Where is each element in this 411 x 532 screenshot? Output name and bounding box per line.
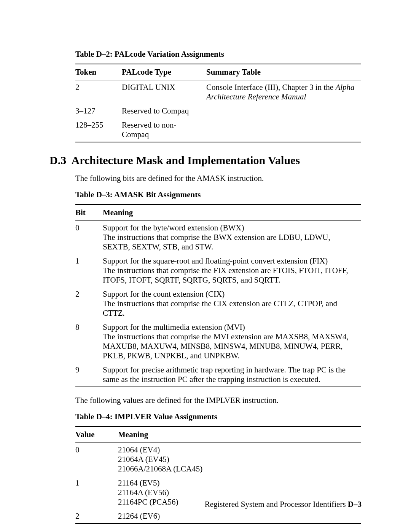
meaning-line2: The instructions that comprise the BWX e… <box>103 233 330 251</box>
cell-token: 2 <box>75 80 122 104</box>
cell-token: 3–127 <box>75 104 122 118</box>
cell-meaning: Support for the count extension (CIX) Th… <box>103 287 361 320</box>
meaning-line2: The instructions that comprise the FIX e… <box>103 266 348 284</box>
cell-pal: Reserved to Compaq <box>122 104 206 118</box>
cell-value: 1 <box>75 476 118 509</box>
footer-page: D–3 <box>348 500 362 509</box>
table-d2-caption: Table D–2: PALcode Variation Assignments <box>75 50 362 59</box>
table-row: 8 Support for the multimedia extension (… <box>75 320 361 363</box>
th-value: Value <box>75 427 118 443</box>
meaning-line1: Support for the multimedia extension (MV… <box>103 323 245 332</box>
table-row: 9 Support for precise arithmetic trap re… <box>75 363 361 387</box>
cell-meaning: Support for the square-root and floating… <box>103 254 361 287</box>
meaning-line3: 21066A/21068A (LCA45) <box>118 464 202 473</box>
table-d4: Value Meaning 0 21064 (EV4) 21064A (EV45… <box>75 426 361 524</box>
th-summary: Summary Table <box>206 64 361 80</box>
meaning-line1: Support for precise arithmetic trap repo… <box>103 365 346 384</box>
implver-intro: The following values are defined for the… <box>75 396 362 405</box>
cell-summary <box>206 118 361 142</box>
cell-token: 128–255 <box>75 118 122 142</box>
meaning-line2: 21064A (EV45) <box>118 455 169 464</box>
th-meaning: Meaning <box>103 204 361 221</box>
meaning-line1: Support for the byte/word extension (BWX… <box>103 223 244 232</box>
table-row: 1 Support for the square-root and floati… <box>75 254 361 287</box>
amask-intro: The following bits are defined for the A… <box>75 174 362 183</box>
th-token: Token <box>75 64 122 80</box>
meaning-line3: 21164PC (PCA56) <box>118 497 178 506</box>
cell-value: 2 <box>75 509 118 524</box>
cell-summary <box>206 104 361 118</box>
meaning-line1: 21164 (EV5) <box>118 478 159 487</box>
meaning-line1: 21064 (EV4) <box>118 445 160 454</box>
cell-pal: Reserved to non-Compaq <box>122 118 206 142</box>
meaning-line2: The instructions that comprise the MVI e… <box>103 332 349 360</box>
th-palcode-type: PALcode Type <box>122 64 206 80</box>
cell-meaning: Support for precise arithmetic trap repo… <box>103 363 361 387</box>
page: Table D–2: PALcode Variation Assignments… <box>0 0 411 532</box>
cell-pal: DIGITAL UNIX <box>122 80 206 104</box>
cell-bit: 0 <box>75 221 103 254</box>
th-bit: Bit <box>75 204 103 221</box>
table-row: 2 DIGITAL UNIX Console Interface (III), … <box>75 80 361 104</box>
cell-value: 0 <box>75 443 118 476</box>
cell-summary: Console Interface (III), Chapter 3 in th… <box>206 80 361 104</box>
table-row: 128–255 Reserved to non-Compaq <box>75 118 361 142</box>
cell-meaning: 21264 (EV6) <box>118 509 361 524</box>
table-d3: Bit Meaning 0 Support for the byte/word … <box>75 204 361 387</box>
cell-bit: 2 <box>75 287 103 320</box>
section-title: Architecture Mask and Implementation Val… <box>72 154 300 166</box>
table-row: 0 Support for the byte/word extension (B… <box>75 221 361 254</box>
table-row: 3–127 Reserved to Compaq <box>75 104 361 118</box>
meaning-line2: The instructions that comprise the CIX e… <box>103 299 337 318</box>
table-row: 0 21064 (EV4) 21064A (EV45) 21066A/21068… <box>75 443 361 476</box>
table-row: 2 21264 (EV6) <box>75 509 361 524</box>
table-d4-caption: Table D–4: IMPLVER Value Assignments <box>75 412 362 422</box>
summary-plain: Console Interface (III), Chapter 3 in th… <box>206 83 335 92</box>
table-d3-caption: Table D–3: AMASK Bit Assignments <box>75 190 362 200</box>
cell-meaning: 21064 (EV4) 21064A (EV45) 21066A/21068A … <box>118 443 361 476</box>
footer-text: Registered System and Processor Identifi… <box>205 500 348 509</box>
meaning-line1: Support for the count extension (CIX) <box>103 289 225 299</box>
cell-meaning: Support for the byte/word extension (BWX… <box>103 221 361 254</box>
meaning-line2: 21164A (EV56) <box>118 488 169 497</box>
cell-bit: 8 <box>75 320 103 363</box>
meaning-line1: Support for the square-root and floating… <box>103 256 328 265</box>
section-number: D.3 <box>49 154 66 166</box>
meaning-line1: 21264 (EV6) <box>118 511 160 521</box>
page-footer: Registered System and Processor Identifi… <box>205 500 362 509</box>
th-meaning: Meaning <box>118 427 361 443</box>
table-row: 2 Support for the count extension (CIX) … <box>75 287 361 320</box>
section-heading: D.3 Architecture Mask and Implementation… <box>49 154 362 167</box>
cell-meaning: Support for the multimedia extension (MV… <box>103 320 361 363</box>
cell-bit: 1 <box>75 254 103 287</box>
table-d2: Token PALcode Type Summary Table 2 DIGIT… <box>75 64 361 142</box>
cell-bit: 9 <box>75 363 103 387</box>
